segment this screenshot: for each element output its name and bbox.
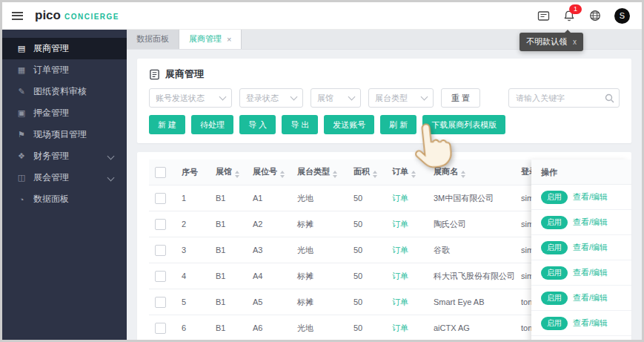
sidebar-item-finance-mgmt[interactable]: ❖财务管理 [2, 145, 127, 167]
export-button[interactable]: 导 出 [282, 115, 318, 134]
search-box [508, 88, 620, 108]
chevron-down-icon [107, 153, 115, 160]
filter-account-send-status[interactable]: 账号发送状态 [149, 88, 232, 108]
tab-label: 数据面板 [136, 33, 169, 45]
pending-button[interactable]: 待处理 [191, 115, 233, 134]
order-link[interactable]: 订单 [392, 194, 408, 203]
enable-badge[interactable]: 启用 [541, 317, 568, 330]
cell-index: 4 [176, 263, 210, 289]
tooltip-close-icon[interactable]: x [573, 38, 577, 46]
hand-cursor [405, 119, 456, 174]
tab-exhibitor-mgmt[interactable]: 展商管理 × [179, 29, 242, 49]
import-button[interactable]: 导 入 [239, 115, 276, 134]
finance-icon: ❖ [16, 151, 27, 161]
filter-panel: 展商管理 账号发送状态 登录状态 展馆 展台类型 重 置 [137, 59, 631, 143]
notification-badge: 1 [569, 4, 582, 14]
action-row: 启用查看/编辑 [531, 185, 631, 210]
document-icon: ✎ [16, 87, 27, 96]
language-globe-icon[interactable] [588, 9, 602, 22]
sort-icon[interactable] [461, 171, 465, 178]
logo-pico-text: pico [35, 8, 61, 23]
sidebar-item-data-dashboard[interactable]: ◔数据面板 [2, 188, 127, 210]
column-header[interactable]: 展位号 [247, 160, 291, 185]
cell-hall: B1 [210, 185, 247, 211]
view-edit-link[interactable]: 查看/编辑 [573, 318, 608, 329]
claim-tooltip[interactable]: 不明款认领x [519, 33, 583, 51]
notifications-bell-icon[interactable]: 1 [562, 9, 576, 22]
cell-hall: B1 [210, 315, 247, 341]
user-avatar[interactable]: S [614, 8, 630, 24]
tab-data-dashboard[interactable]: 数据面板 [127, 29, 179, 49]
enable-badge[interactable]: 启用 [541, 216, 568, 229]
enable-badge[interactable]: 启用 [541, 266, 568, 280]
enable-badge[interactable]: 启用 [541, 292, 568, 305]
sidebar-item-drawing-review[interactable]: ✎图纸资料审核 [2, 81, 127, 102]
cell-company-name: 3M中国有限公司 [428, 185, 515, 211]
cell-booth: A5 [247, 289, 291, 315]
deposit-icon: ▣ [16, 108, 27, 118]
column-header[interactable]: 展馆 [210, 160, 247, 185]
order-link[interactable]: 订单 [392, 272, 408, 280]
row-checkbox[interactable] [155, 297, 166, 308]
action-row: 启用查看/编辑 [531, 286, 631, 311]
cell-index: 5 [176, 289, 210, 315]
action-row: 启用查看/编辑 [531, 260, 631, 286]
search-input[interactable] [508, 88, 620, 108]
cell-company-name: aiCTX AG [428, 315, 515, 341]
sidebar-item-site-project-mgmt[interactable]: ⚑现场项目管理 [2, 124, 127, 145]
view-edit-link[interactable]: 查看/编辑 [573, 242, 608, 253]
filter-booth-type[interactable]: 展台类型 [368, 88, 434, 108]
order-link[interactable]: 订单 [392, 297, 408, 306]
new-button[interactable]: 新 建 [149, 115, 185, 134]
sidebar-item-exhibitor-mgmt[interactable]: ▤展商管理 [2, 38, 127, 59]
cell-hall: B1 [210, 263, 247, 289]
cell-booth-type: 光地 [291, 315, 348, 341]
filter-login-status[interactable]: 登录状态 [239, 88, 303, 108]
view-edit-link[interactable]: 查看/编辑 [573, 191, 608, 203]
row-checkbox[interactable] [155, 219, 166, 230]
cell-booth: A2 [247, 211, 291, 237]
table-panel: 序号展馆展位号展台类型面积订单展商名登录名 1B1A1光地50订单3M中国有限公… [137, 152, 631, 340]
select-all-checkbox[interactable] [155, 167, 166, 178]
row-checkbox[interactable] [155, 271, 166, 282]
order-link[interactable]: 订单 [392, 323, 408, 332]
view-edit-link[interactable]: 查看/编辑 [573, 292, 608, 303]
enable-badge[interactable]: 启用 [541, 191, 568, 204]
sort-icon[interactable] [235, 171, 239, 178]
filter-hall[interactable]: 展馆 [311, 88, 361, 108]
enable-badge[interactable]: 启用 [541, 241, 568, 254]
cell-booth-type: 标摊 [291, 263, 348, 289]
chevron-down-icon [107, 174, 115, 182]
action-row: 启用查看/编辑 [531, 311, 631, 336]
sort-icon[interactable] [333, 171, 337, 178]
cell-company-name: 陶氏公司 [428, 211, 515, 237]
view-edit-link[interactable]: 查看/编辑 [573, 267, 608, 278]
chevron-down-icon [421, 93, 428, 101]
sort-icon[interactable] [373, 171, 377, 178]
row-checkbox[interactable] [155, 245, 166, 256]
column-header[interactable]: 展台类型 [291, 160, 348, 185]
menu-toggle-icon[interactable] [12, 12, 23, 20]
cell-company-name: Smart Eye AB [428, 289, 515, 315]
row-checkbox[interactable] [155, 193, 166, 204]
sidebar-item-expo-mgmt[interactable]: ◫展会管理 [2, 167, 127, 188]
row-checkbox[interactable] [155, 323, 166, 334]
sidebar-item-label: 展会管理 [33, 171, 69, 184]
tab-close-icon[interactable]: × [227, 35, 231, 44]
column-header[interactable]: 面积 [348, 160, 386, 185]
order-link[interactable]: 订单 [392, 246, 408, 254]
order-link[interactable]: 订单 [392, 220, 408, 228]
sidebar-item-label: 展商管理 [33, 42, 69, 55]
send-account-button[interactable]: 发送账号 [324, 115, 374, 134]
claim-card-icon[interactable] [537, 9, 550, 22]
panel-title: 展商管理 [165, 68, 204, 81]
cell-booth: A6 [247, 315, 291, 341]
sort-icon[interactable] [280, 171, 285, 178]
sidebar-item-label: 数据面板 [33, 193, 69, 205]
sidebar-item-order-mgmt[interactable]: ▦订单管理 [2, 59, 127, 81]
sidebar-item-deposit-mgmt[interactable]: ▣押金管理 [2, 102, 127, 124]
view-edit-link[interactable]: 查看/编辑 [573, 217, 608, 228]
reset-button[interactable]: 重 置 [441, 88, 480, 108]
action-row: 启用查看/编辑 [531, 210, 631, 235]
cell-index: 1 [176, 185, 210, 211]
